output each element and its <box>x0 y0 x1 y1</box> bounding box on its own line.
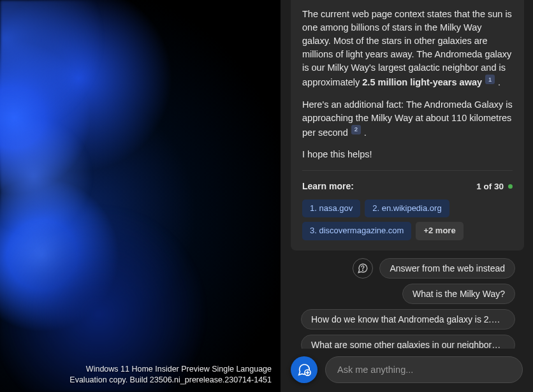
suggestion-chips: Answer from the web instead What is the … <box>291 250 524 349</box>
windows-watermark: Windows 11 Home Insider Preview Single L… <box>69 364 272 386</box>
desktop-wallpaper: Windows 11 Home Insider Preview Single L… <box>0 0 281 392</box>
suggestion-andromeda-distance[interactable]: How do we know that Andromeda galaxy is … <box>301 309 515 330</box>
suggestion-web-answer[interactable]: Answer from the web instead <box>379 258 515 279</box>
learn-more-label: Learn more: <box>302 180 476 192</box>
response-paragraph-3: I hope this helps! <box>302 148 513 161</box>
source-counter: 1 of 30 <box>476 180 504 193</box>
citation-2[interactable]: 2 <box>351 125 361 134</box>
suggestion-milky-way[interactable]: What is the Milky Way? <box>402 284 515 304</box>
chat-scroll-area[interactable]: The current web page context states that… <box>281 0 533 349</box>
watermark-line2: Evaluation copy. Build 23506.ni_prerelea… <box>69 375 272 386</box>
compose-bar: Ask me anything... <box>281 349 533 392</box>
source-pill-more[interactable]: +2 more <box>416 222 463 240</box>
svg-point-0 <box>363 270 363 271</box>
status-dot-icon <box>508 184 513 189</box>
ask-input[interactable]: Ask me anything... <box>325 356 523 383</box>
ask-placeholder: Ask me anything... <box>337 365 413 375</box>
response-paragraph-1: The current web page context states that… <box>302 8 513 89</box>
ai-response-card: The current web page context states that… <box>291 0 524 250</box>
new-topic-button[interactable] <box>291 356 318 383</box>
suggestion-other-galaxies[interactable]: What are some other galaxies in our neig… <box>301 335 515 349</box>
citation-1[interactable]: 1 <box>485 75 495 84</box>
question-icon <box>353 258 373 279</box>
response-paragraph-2: Here's an additional fact: The Andromeda… <box>302 98 513 140</box>
source-pill-1[interactable]: 1. nasa.gov <box>302 200 360 218</box>
watermark-line1: Windows 11 Home Insider Preview Single L… <box>69 364 272 375</box>
learn-more-section: Learn more: 1 of 30 1. nasa.gov 2. en.wi… <box>302 170 513 240</box>
source-pill-3[interactable]: 3. discovermagazine.com <box>302 222 411 240</box>
copilot-panel: The current web page context states that… <box>281 0 533 392</box>
source-pill-2[interactable]: 2. en.wikipedia.org <box>365 200 449 218</box>
